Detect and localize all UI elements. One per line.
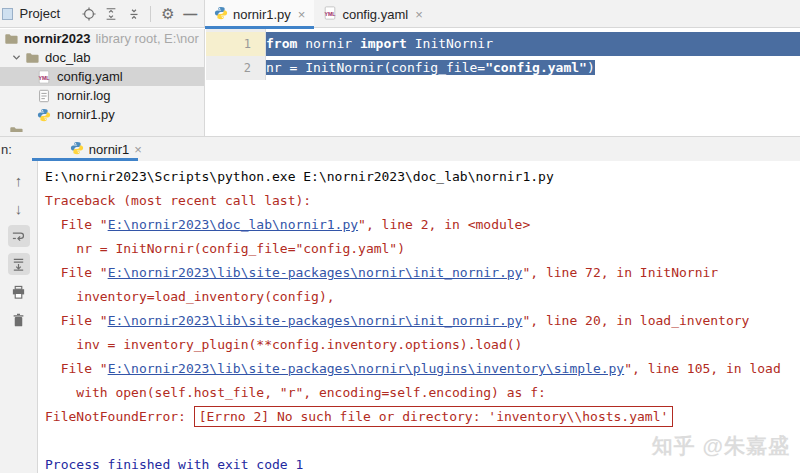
console-text: File "	[45, 217, 108, 232]
expand-all-icon[interactable]	[103, 5, 118, 23]
chevron-down-icon[interactable]	[8, 52, 24, 63]
divider	[150, 6, 151, 22]
console-text: Traceback (most recent call last):	[45, 193, 311, 208]
tab-label: nornir1.py	[233, 7, 291, 22]
console-line: File "E:\nornir2023\lib\site-packages\no…	[45, 357, 800, 381]
console-text: File "	[45, 265, 108, 280]
tab-close-icon[interactable]: ×	[298, 7, 306, 22]
run-panel-header: n: nornir1×	[0, 137, 800, 161]
editor-gutter: 12	[206, 29, 266, 80]
console-text: ", line 105, in load	[624, 361, 781, 376]
console-line: Process finished with exit code 1	[45, 453, 800, 473]
settings-gear-icon[interactable]: ⚙	[160, 5, 175, 23]
tree-item-nornir.log[interactable]: nornir.log	[0, 86, 204, 105]
console-line: File "E:\nornir2023\lib\site-packages\no…	[45, 261, 800, 285]
tree-item-clipped[interactable]	[0, 124, 204, 132]
code-line[interactable]: from nornir import InitNornir	[266, 32, 800, 56]
rerun-up-icon[interactable]: ↑	[8, 169, 30, 191]
console-line: inventory=load_inventory(config),	[45, 285, 800, 309]
tree-item-label: config.yaml	[57, 69, 123, 84]
code-editor[interactable]: 12 from nornir import InitNornirnr = Ini…	[206, 29, 800, 136]
stacktrace-file-link[interactable]: E:\nornir2023\lib\site-packages\nornir\i…	[108, 265, 523, 280]
py-icon	[36, 107, 52, 123]
console-line	[45, 429, 800, 453]
console-output[interactable]: E:\nornir2023\Scripts\python.exe E:\norn…	[38, 161, 800, 473]
console-line: Traceback (most recent call last):	[45, 189, 800, 213]
console-text: E:\nornir2023\Scripts\python.exe E:\norn…	[45, 169, 554, 184]
editor-tab-config.yaml[interactable]: YMLconfig.yaml×	[314, 0, 431, 28]
tab-close-icon[interactable]: ×	[415, 7, 423, 22]
error-message-box: [Errno 2] No such file or directory: 'in…	[194, 406, 674, 427]
console-line: FileNotFoundError: [Errno 2] No such fil…	[45, 405, 800, 429]
svg-text:YML: YML	[38, 75, 50, 81]
code-token: from	[266, 36, 297, 51]
py-file-icon	[70, 141, 84, 158]
editor-code-area[interactable]: from nornir import InitNornirnr = InitNo…	[266, 29, 800, 80]
console-text: Process finished with exit code 1	[45, 457, 303, 472]
scroll-to-end-icon[interactable]	[8, 253, 30, 275]
locate-file-icon[interactable]	[81, 5, 96, 23]
project-panel-title: Project	[20, 6, 60, 21]
stacktrace-file-link[interactable]: E:\nornir2023\lib\site-packages\nornir\p…	[108, 361, 625, 376]
editor-tab-nornir1.py[interactable]: nornir1.py×	[205, 0, 314, 28]
folder-icon	[24, 50, 40, 66]
console-text: ", line 20, in load_inventory	[522, 313, 749, 328]
tree-item-label: nornir1.py	[57, 107, 115, 122]
run-tool-window: n: nornir1× ↑↓ E:\nornir2023\Scripts\pyt…	[0, 136, 800, 473]
collapse-all-icon[interactable]	[126, 5, 141, 23]
console-text: nr = InitNornir(config_file="config.yaml…	[45, 241, 405, 256]
soft-wrap-icon[interactable]	[8, 225, 30, 247]
top-bar: Project ⚙ — nornir1.py×YMLconfig.yaml×	[0, 0, 800, 28]
code-token: InitNornir	[407, 36, 493, 51]
folder-icon	[8, 124, 24, 132]
hide-panel-icon[interactable]: —	[183, 5, 198, 23]
tree-item-suffix: library root, E:\nor	[95, 31, 198, 46]
tree-item-label: doc_lab	[45, 50, 91, 65]
folder-icon	[3, 31, 19, 47]
code-token: "config.yaml"	[485, 60, 587, 75]
log-icon	[36, 88, 52, 104]
console-text: ", line 72, in InitNornir	[522, 265, 718, 280]
console-line: File "E:\nornir2023\lib\site-packages\no…	[45, 309, 800, 333]
line-number: 2	[206, 56, 265, 80]
console-line: inv = inventory_plugin(**config.inventor…	[45, 333, 800, 357]
console-text: File "	[45, 313, 108, 328]
stacktrace-file-link[interactable]: E:\nornir2023\doc_lab\nornir1.py	[108, 217, 358, 232]
console-text: ", line 2, in <module>	[358, 217, 530, 232]
tree-item-label: nornir2023	[24, 31, 90, 46]
code-line[interactable]: nr = InitNornir(config_file="config.yaml…	[266, 56, 800, 80]
editor-tab-bar: nornir1.py×YMLconfig.yaml×	[205, 0, 432, 28]
console-toolbar: ↑↓	[0, 161, 38, 473]
tree-item-label: nornir.log	[57, 88, 110, 103]
code-token: nornir	[297, 36, 360, 51]
console-line: E:\nornir2023\Scripts\python.exe E:\norn…	[45, 165, 800, 189]
console-text: FileNotFoundError:	[45, 409, 194, 424]
tree-item-doc_lab[interactable]: doc_lab	[0, 48, 204, 67]
clear-all-icon[interactable]	[8, 309, 30, 331]
console-line: File "E:\nornir2023\doc_lab\nornir1.py",…	[45, 213, 800, 237]
run-tab-nornir1[interactable]: nornir1×	[62, 137, 150, 161]
console-line: with open(self.host_file, "r", encoding=…	[45, 381, 800, 405]
down-icon[interactable]: ↓	[8, 197, 30, 219]
tree-item-nornir1.py[interactable]: nornir1.py	[0, 105, 204, 124]
tree-item-config.yaml[interactable]: YMLconfig.yaml	[0, 67, 204, 86]
yml-file-icon: YML	[323, 6, 337, 23]
line-number: 1	[206, 32, 265, 56]
console-text: inventory=load_inventory(config),	[45, 289, 335, 304]
tool-window-icon	[2, 8, 13, 20]
tab-close-icon[interactable]: ×	[134, 142, 142, 157]
print-icon[interactable]	[8, 281, 30, 303]
stacktrace-file-link[interactable]: E:\nornir2023\lib\site-packages\nornir\i…	[108, 313, 523, 328]
code-token: )	[587, 60, 595, 75]
run-tab-label: nornir1	[89, 142, 129, 157]
tree-item-nornir2023[interactable]: nornir2023library root, E:\nor	[0, 29, 204, 48]
console-text: inv = inventory_plugin(**config.inventor…	[45, 337, 522, 352]
tab-label: config.yaml	[342, 7, 408, 22]
console-line: nr = InitNornir(config_file="config.yaml…	[45, 237, 800, 261]
console-text: with open(self.host_file, "r", encoding=…	[45, 385, 546, 400]
project-panel-header: Project ⚙ —	[0, 0, 205, 27]
yml-icon: YML	[36, 69, 52, 85]
py-file-icon	[214, 6, 228, 23]
console-text: File "	[45, 361, 108, 376]
svg-text:YML: YML	[325, 11, 337, 17]
